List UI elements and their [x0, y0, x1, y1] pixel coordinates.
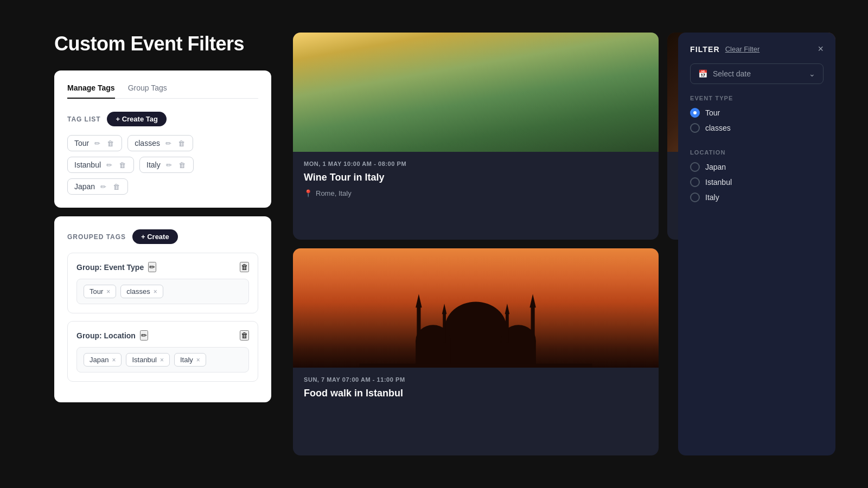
- event-food-walk-date: SUN, 7 MAY 07:00 AM - 11:00 PM: [304, 376, 648, 383]
- clear-filter-button[interactable]: Clear Filter: [725, 45, 760, 53]
- chip-classes-label: classes: [126, 287, 150, 296]
- group-location-tags: Japan × Istanbul × Italy ×: [76, 347, 249, 373]
- location-pin-icon: 📍: [304, 189, 312, 197]
- grouped-tags-label: GROUPED TAGS: [67, 233, 126, 241]
- svg-rect-1: [445, 329, 507, 368]
- chip-tour: Tour ×: [84, 285, 116, 298]
- tabs: Manage Tags Group Tags: [67, 84, 258, 99]
- chip-tour-remove-button[interactable]: ×: [106, 288, 110, 295]
- chip-istanbul-label: Istanbul: [132, 356, 157, 364]
- event-type-label: EVENT TYPE: [690, 95, 824, 101]
- chip-istanbul-remove-button[interactable]: ×: [160, 357, 164, 363]
- main-area: MON, 1 MAY 10:00 AM - 08:00 PM Wine Tour…: [293, 33, 835, 455]
- group-event-type-name: Group: Event Type ✏: [76, 262, 156, 272]
- tag-istanbul: Istanbul ✏ 🗑: [67, 157, 134, 173]
- radio-classes[interactable]: classes: [690, 123, 824, 133]
- svg-rect-14: [360, 364, 592, 368]
- tag-istanbul-label: Istanbul: [74, 160, 101, 169]
- radio-italy-label: Italy: [705, 193, 719, 202]
- radio-istanbul[interactable]: Istanbul: [690, 177, 824, 187]
- tag-italy-edit-button[interactable]: ✏: [165, 161, 173, 169]
- radio-circle-italy: [690, 192, 700, 202]
- tag-japan-edit-button[interactable]: ✏: [99, 183, 107, 191]
- manage-tags-card: Manage Tags Group Tags TAG LIST + Create…: [54, 70, 271, 208]
- vineyard-background: [293, 33, 659, 152]
- create-tag-button[interactable]: + Create Tag: [107, 112, 166, 126]
- tag-istanbul-edit-button[interactable]: ✏: [105, 161, 113, 169]
- radio-italy[interactable]: Italy: [690, 192, 824, 202]
- group-location: Group: Location ✏ 🗑 Japan × Istanbul × I…: [67, 321, 258, 382]
- svg-marker-9: [529, 294, 535, 307]
- event-wine-tour-title: Wine Tour in Italy: [304, 171, 648, 184]
- date-select[interactable]: 📅 Select date ⌄: [690, 63, 824, 84]
- tag-japan-delete-button[interactable]: 🗑: [112, 183, 121, 191]
- group-event-type-delete-button[interactable]: 🗑: [240, 262, 249, 272]
- tab-group-tags[interactable]: Group Tags: [128, 84, 167, 99]
- group-location-edit-button[interactable]: ✏: [140, 330, 148, 341]
- tag-italy-delete-button[interactable]: 🗑: [177, 161, 187, 169]
- tag-tour-label: Tour: [74, 139, 89, 147]
- tag-classes-label: classes: [135, 139, 160, 147]
- left-panel: Custom Event Filters Manage Tags Group T…: [54, 33, 271, 411]
- chip-classes: classes ×: [120, 285, 163, 298]
- filter-close-button[interactable]: ×: [818, 43, 824, 55]
- event-image-istanbul: [293, 248, 659, 368]
- filter-header: FILTER Clear Filter ×: [690, 43, 824, 55]
- svg-rect-10: [443, 313, 446, 343]
- tag-classes-delete-button[interactable]: 🗑: [177, 139, 186, 147]
- tag-italy: Italy ✏ 🗑: [139, 157, 194, 173]
- event-food-walk-title: Food walk in Istanbul: [304, 387, 648, 400]
- event-wine-tour-location-text: Rome, Italy: [316, 189, 352, 197]
- radio-circle-istanbul: [690, 177, 700, 187]
- event-type-section: EVENT TYPE Tour classes: [690, 95, 824, 138]
- tag-list: Tour ✏ 🗑 classes ✏ 🗑 Istanbul ✏ 🗑 Italy …: [67, 135, 258, 195]
- svg-rect-3: [416, 341, 450, 368]
- radio-japan-label: Japan: [705, 163, 726, 171]
- page-title: Custom Event Filters: [54, 33, 271, 55]
- mosque-silhouette-svg: [293, 290, 659, 368]
- svg-marker-13: [505, 304, 510, 314]
- group-location-delete-button[interactable]: 🗑: [240, 330, 249, 341]
- tag-italy-label: Italy: [146, 160, 161, 169]
- tag-list-label: TAG LIST: [67, 115, 100, 123]
- chip-japan: Japan ×: [84, 353, 122, 367]
- grouped-tags-header: GROUPED TAGS + Create: [67, 229, 258, 244]
- date-select-left: 📅 Select date: [698, 69, 751, 78]
- tag-istanbul-delete-button[interactable]: 🗑: [118, 161, 127, 169]
- event-wine-tour-info: MON, 1 MAY 10:00 AM - 08:00 PM Wine Tour…: [293, 152, 659, 240]
- chip-istanbul: Istanbul ×: [126, 353, 170, 367]
- radio-circle-tour: [690, 108, 700, 118]
- radio-japan[interactable]: Japan: [690, 162, 824, 172]
- radio-istanbul-label: Istanbul: [705, 178, 732, 187]
- filter-title: FILTER: [690, 45, 720, 54]
- svg-marker-7: [416, 294, 422, 307]
- tag-tour-delete-button[interactable]: 🗑: [106, 139, 115, 147]
- chip-italy-remove-button[interactable]: ×: [196, 357, 200, 363]
- create-group-button[interactable]: + Create: [132, 229, 178, 244]
- event-card-food-walk[interactable]: SUN, 7 MAY 07:00 AM - 11:00 PM Food walk…: [293, 248, 659, 455]
- event-card-wine-tour[interactable]: MON, 1 MAY 10:00 AM - 08:00 PM Wine Tour…: [293, 33, 659, 240]
- tab-manage-tags[interactable]: Manage Tags: [67, 84, 115, 99]
- chip-classes-remove-button[interactable]: ×: [154, 288, 157, 295]
- chip-japan-remove-button[interactable]: ×: [112, 357, 116, 363]
- group-event-type-edit-button[interactable]: ✏: [148, 262, 156, 272]
- group-event-type-header: Group: Event Type ✏ 🗑: [76, 262, 249, 272]
- radio-circle-classes: [690, 123, 700, 133]
- tag-classes-edit-button[interactable]: ✏: [164, 139, 173, 147]
- tag-tour: Tour ✏ 🗑: [67, 135, 122, 151]
- chevron-down-icon: ⌄: [809, 69, 815, 78]
- istanbul-background: [293, 248, 659, 368]
- svg-rect-5: [501, 341, 535, 368]
- tag-tour-edit-button[interactable]: ✏: [93, 139, 101, 147]
- tag-list-header: TAG LIST + Create Tag: [67, 112, 258, 126]
- chip-tour-label: Tour: [90, 287, 103, 296]
- filter-title-group: FILTER Clear Filter: [690, 45, 760, 54]
- event-food-walk-info: SUN, 7 MAY 07:00 AM - 11:00 PM Food walk…: [293, 368, 659, 455]
- radio-tour[interactable]: Tour: [690, 108, 824, 118]
- svg-rect-8: [531, 306, 535, 349]
- location-label: LOCATION: [690, 149, 824, 156]
- chip-italy-label: Italy: [180, 356, 193, 364]
- svg-rect-12: [506, 313, 509, 343]
- chip-japan-label: Japan: [90, 356, 108, 364]
- group-location-label: Group: Location: [76, 331, 136, 340]
